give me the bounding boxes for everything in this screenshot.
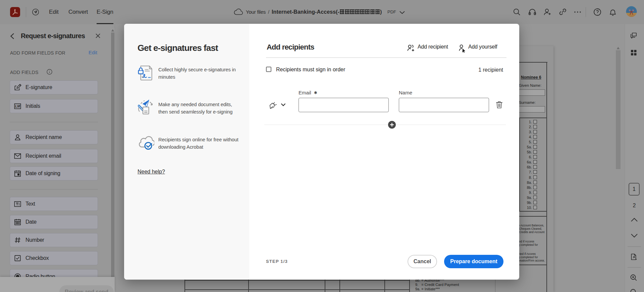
- svg-text:LM: LM: [15, 104, 20, 108]
